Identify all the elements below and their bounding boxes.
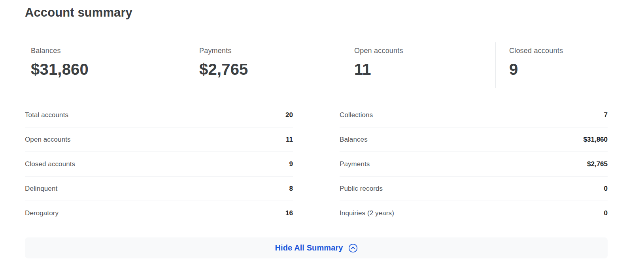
stat-card-payments: Payments $2,765 (186, 42, 341, 88)
detail-label: Total accounts (25, 111, 68, 119)
detail-row-payments: Payments $2,765 (340, 152, 608, 176)
details-left-column: Total accounts 20 Open accounts 11 Close… (25, 103, 293, 226)
detail-label: Payments (340, 160, 370, 168)
detail-row-inquiries: Inquiries (2 years) 0 (340, 201, 608, 226)
detail-value: 9 (289, 160, 293, 168)
detail-value: $31,860 (584, 136, 608, 144)
detail-value: 0 (604, 185, 608, 193)
detail-label: Public records (340, 185, 383, 193)
detail-row-derogatory: Derogatory 16 (25, 201, 293, 226)
detail-value: 7 (604, 111, 608, 119)
stat-label: Closed accounts (509, 47, 608, 55)
account-summary-section: Account summary Balances $31,860 Payment… (25, 0, 608, 258)
details-right-column: Collections 7 Balances $31,860 Payments … (340, 103, 608, 226)
summary-footer-bar: Hide All Summary (25, 237, 608, 258)
detail-label: Balances (340, 136, 368, 144)
stat-card-open-accounts: Open accounts 11 (341, 42, 495, 88)
stat-value: 11 (354, 61, 495, 78)
detail-row-collections: Collections 7 (340, 103, 608, 127)
detail-label: Open accounts (25, 136, 71, 144)
stat-label: Open accounts (354, 47, 495, 55)
stats-row: Balances $31,860 Payments $2,765 Open ac… (25, 42, 608, 88)
detail-row-open-accounts: Open accounts 11 (25, 127, 293, 152)
hide-all-summary-button[interactable]: Hide All Summary (275, 243, 357, 253)
detail-row-closed-accounts: Closed accounts 9 (25, 152, 293, 176)
stat-value: $2,765 (199, 61, 341, 78)
detail-row-total-accounts: Total accounts 20 (25, 103, 293, 127)
detail-value: $2,765 (587, 160, 608, 168)
stat-label: Balances (31, 47, 186, 55)
hide-all-summary-label: Hide All Summary (275, 243, 343, 252)
detail-label: Closed accounts (25, 160, 75, 168)
detail-value: 11 (286, 136, 293, 144)
detail-row-public-records: Public records 0 (340, 176, 608, 201)
detail-value: 20 (285, 111, 293, 119)
chevron-up-circle-icon (348, 243, 358, 253)
details-section: Total accounts 20 Open accounts 11 Close… (25, 103, 608, 226)
stat-value: 9 (509, 61, 608, 78)
detail-label: Derogatory (25, 209, 59, 217)
detail-value: 0 (604, 209, 608, 217)
detail-value: 8 (289, 185, 293, 193)
detail-label: Delinquent (25, 185, 57, 193)
stat-label: Payments (199, 47, 341, 55)
detail-label: Inquiries (2 years) (340, 209, 394, 217)
detail-row-balances: Balances $31,860 (340, 127, 608, 152)
stat-card-closed-accounts: Closed accounts 9 (495, 42, 608, 88)
detail-value: 16 (285, 209, 293, 217)
stat-value: $31,860 (31, 61, 186, 78)
page-title: Account summary (25, 6, 608, 20)
stat-card-balances: Balances $31,860 (25, 42, 186, 88)
detail-label: Collections (340, 111, 373, 119)
detail-row-delinquent: Delinquent 8 (25, 176, 293, 201)
